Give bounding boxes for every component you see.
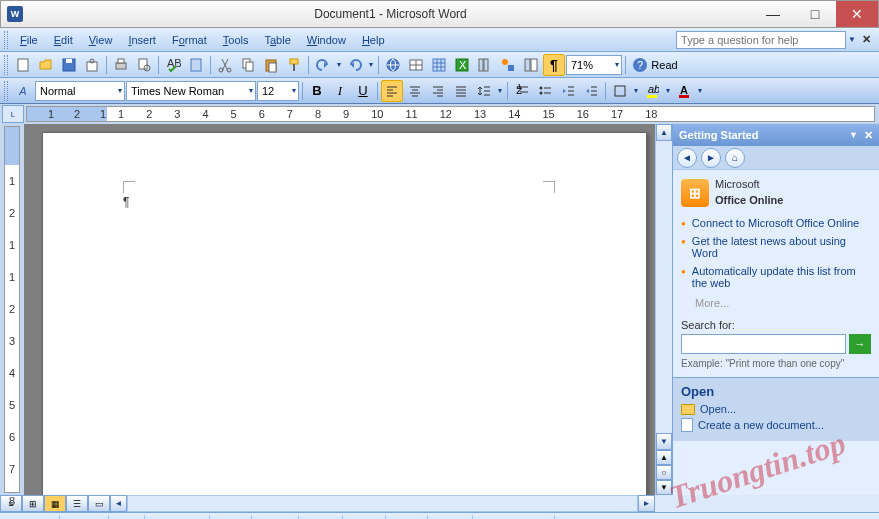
copy-button[interactable] — [237, 54, 259, 76]
decrease-indent-button[interactable] — [557, 80, 579, 102]
menu-tools[interactable]: Tools — [215, 31, 257, 49]
print-preview-button[interactable] — [133, 54, 155, 76]
font-color-button[interactable]: A — [673, 80, 695, 102]
justify-button[interactable] — [450, 80, 472, 102]
status-ovr[interactable]: OVR — [428, 515, 473, 520]
horizontal-ruler[interactable]: 121123456789101112131415161718 — [26, 106, 875, 122]
print-button[interactable] — [110, 54, 132, 76]
italic-button[interactable]: I — [329, 80, 351, 102]
help-button[interactable]: ? — [629, 54, 651, 76]
style-combo[interactable]: Normal▾ — [35, 81, 125, 101]
doc-close-button[interactable]: ✕ — [862, 33, 871, 46]
align-left-button[interactable] — [381, 80, 403, 102]
underline-button[interactable]: U — [352, 80, 374, 102]
status-ext[interactable]: EXT — [386, 515, 428, 520]
taskpane-close-button[interactable]: ✕ — [864, 129, 873, 142]
align-center-button[interactable] — [404, 80, 426, 102]
taskpane-back-button[interactable]: ◄ — [677, 148, 697, 168]
toolbar-handle[interactable] — [4, 31, 8, 49]
menu-file[interactable]: File — [12, 31, 46, 49]
help-search-input[interactable] — [676, 31, 846, 49]
numbering-button[interactable]: 12 — [511, 80, 533, 102]
excel-button[interactable]: X — [451, 54, 473, 76]
align-right-button[interactable] — [427, 80, 449, 102]
browse-object-button[interactable]: ○ — [656, 465, 672, 480]
scroll-right-button[interactable]: ► — [638, 495, 655, 512]
drawing-button[interactable] — [497, 54, 519, 76]
status-trk[interactable]: TRK — [343, 515, 386, 520]
taskpane-link[interactable]: Automatically update this list from the … — [681, 265, 871, 289]
open-button[interactable] — [35, 54, 57, 76]
status-language[interactable]: English (U.S — [473, 515, 555, 520]
insert-table-button[interactable] — [428, 54, 450, 76]
scroll-down-button[interactable]: ▼ — [656, 433, 672, 450]
font-size-combo[interactable]: 12▾ — [257, 81, 299, 101]
doc-map-button[interactable] — [520, 54, 542, 76]
tables-borders-button[interactable] — [405, 54, 427, 76]
minimize-button[interactable]: — — [752, 1, 794, 27]
paste-button[interactable] — [260, 54, 282, 76]
more-link[interactable]: More... — [695, 297, 871, 309]
maximize-button[interactable]: □ — [794, 1, 836, 27]
menu-help[interactable]: Help — [354, 31, 393, 49]
next-page-button[interactable]: ▼ — [656, 480, 672, 495]
create-document-link[interactable]: Create a new document... — [681, 418, 871, 432]
web-view-button[interactable]: ⊞ — [22, 495, 44, 512]
scroll-left-button[interactable]: ◄ — [110, 495, 127, 512]
document-area[interactable]: ¶ — [24, 124, 655, 495]
vertical-scrollbar[interactable]: ▲ ▼ ▲ ○ ▼ — [655, 124, 672, 495]
print-layout-view-button[interactable]: ▦ — [44, 495, 66, 512]
zoom-combo[interactable]: 71%▾ — [566, 55, 622, 75]
open-link[interactable]: Open... — [681, 403, 871, 415]
read-mode-button[interactable]: Read — [652, 54, 674, 76]
reading-view-button[interactable]: ▭ — [88, 495, 110, 512]
menu-view[interactable]: View — [81, 31, 121, 49]
tab-selector[interactable]: L — [2, 105, 24, 123]
menu-insert[interactable]: Insert — [120, 31, 164, 49]
menu-edit[interactable]: Edit — [46, 31, 81, 49]
permission-button[interactable] — [81, 54, 103, 76]
taskpane-dropdown-icon[interactable]: ▼ — [849, 130, 858, 140]
cut-button[interactable] — [214, 54, 236, 76]
taskpane-home-button[interactable]: ⌂ — [725, 148, 745, 168]
redo-dropdown-icon[interactable]: ▾ — [369, 60, 373, 69]
taskpane-link[interactable]: Get the latest news about using Word — [681, 235, 871, 259]
bullets-button[interactable] — [534, 80, 556, 102]
show-hide-button[interactable]: ¶ — [543, 54, 565, 76]
increase-indent-button[interactable] — [580, 80, 602, 102]
spellcheck-button[interactable]: ABC — [162, 54, 184, 76]
save-button[interactable] — [58, 54, 80, 76]
redo-button[interactable] — [344, 54, 366, 76]
columns-button[interactable] — [474, 54, 496, 76]
prev-page-button[interactable]: ▲ — [656, 450, 672, 465]
search-go-button[interactable]: → — [849, 334, 871, 354]
menu-window[interactable]: Window — [299, 31, 354, 49]
close-button[interactable]: ✕ — [836, 1, 878, 27]
menu-table[interactable]: Table — [256, 31, 298, 49]
font-combo[interactable]: Times New Roman▾ — [126, 81, 256, 101]
scroll-up-button[interactable]: ▲ — [656, 124, 672, 141]
toolbar-handle[interactable] — [4, 55, 8, 75]
toolbar-handle[interactable] — [4, 81, 8, 101]
bold-button[interactable]: B — [306, 80, 328, 102]
undo-button[interactable] — [312, 54, 334, 76]
highlight-dropdown-icon[interactable]: ▾ — [666, 86, 670, 95]
line-spacing-button[interactable] — [473, 80, 495, 102]
status-rec[interactable]: REC — [299, 515, 343, 520]
undo-dropdown-icon[interactable]: ▾ — [337, 60, 341, 69]
highlight-button[interactable]: ab — [641, 80, 663, 102]
font-color-dropdown-icon[interactable]: ▾ — [698, 86, 702, 95]
vertical-ruler[interactable]: 121123456789 — [4, 126, 20, 493]
borders-button[interactable] — [609, 80, 631, 102]
styles-pane-button[interactable]: A — [12, 80, 34, 102]
help-dropdown-icon[interactable]: ▼ — [848, 35, 856, 44]
outline-view-button[interactable]: ☰ — [66, 495, 88, 512]
horizontal-scroll-track[interactable] — [127, 495, 638, 512]
page[interactable]: ¶ — [42, 132, 647, 495]
borders-dropdown-icon[interactable]: ▾ — [634, 86, 638, 95]
menu-format[interactable]: Format — [164, 31, 215, 49]
line-spacing-dropdown-icon[interactable]: ▾ — [498, 86, 502, 95]
taskpane-link[interactable]: Connect to Microsoft Office Online — [681, 217, 871, 229]
taskpane-forward-button[interactable]: ► — [701, 148, 721, 168]
new-doc-button[interactable] — [12, 54, 34, 76]
